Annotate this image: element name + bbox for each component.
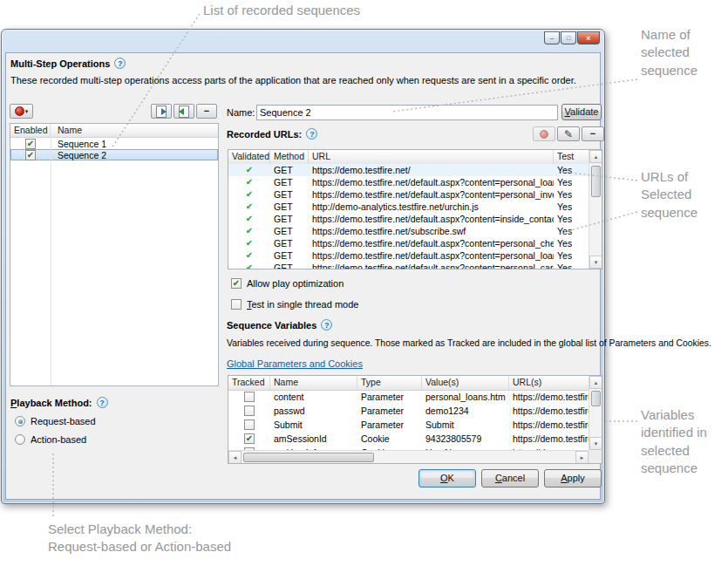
single-thread-checkbox[interactable]: ✔ Test in single thread mode <box>231 299 358 310</box>
export-sequence-button[interactable] <box>151 104 172 119</box>
variables-table[interactable]: Tracked Name Type Value(s) URL(s) ✔ cont… <box>228 375 602 464</box>
tracked-checkbox[interactable]: ✔ <box>244 392 255 402</box>
dialog-client-area: Multi-Step Operations ? These recorded m… <box>5 52 601 500</box>
radio-label-action: Action-based <box>31 434 86 445</box>
export-sequence-icon <box>156 106 167 118</box>
validate-button[interactable]: Validate <box>561 104 602 120</box>
apply-button[interactable]: Apply <box>544 469 602 488</box>
scrollbar-corner <box>589 450 602 463</box>
import-sequence-button[interactable] <box>173 104 194 119</box>
multi-step-operations-window: – □ × Multi-Step Operations ? These reco… <box>1 29 605 504</box>
scroll-thumb[interactable] <box>243 453 374 462</box>
sequence-row-2[interactable]: ✔ Sequence 2 <box>10 149 218 160</box>
dialog-description: These recorded multi-step operations acc… <box>10 75 595 85</box>
close-button[interactable]: × <box>577 31 600 44</box>
enabled-checkbox-2[interactable]: ✔ <box>25 150 36 160</box>
url-table-scrollbar[interactable]: ▲ ▼ <box>589 150 602 269</box>
record-url-button[interactable] <box>533 126 555 141</box>
variable-row-1[interactable]: ✔ content Parameter personal_loans.htm h… <box>228 390 589 404</box>
validated-check-icon: ✔ <box>246 263 253 269</box>
scroll-left-button[interactable]: ◄ <box>228 451 242 464</box>
radio-label-request: Request-based <box>31 416 96 426</box>
delete-sequence-button[interactable]: − <box>196 104 217 119</box>
url-row-8[interactable]: ✔ GET https://demo.testfire.net/default.… <box>228 249 589 262</box>
remove-url-button[interactable]: − <box>582 126 604 141</box>
column-header-test[interactable]: Test <box>554 150 589 164</box>
url-row-9[interactable]: ✔ GET https://demo.testfire.net/default.… <box>228 262 589 269</box>
validated-check-icon: ✔ <box>246 227 253 235</box>
column-header-var-name[interactable]: Name <box>270 376 357 390</box>
recorded-urls-table[interactable]: Validated Method URL Test ✔ GET https://… <box>228 149 602 269</box>
tracked-checkbox[interactable]: ✔ <box>244 406 255 416</box>
checkbox-icon[interactable]: ✔ <box>231 278 242 289</box>
url-row-7[interactable]: ✔ GET https://demo.testfire.net/default.… <box>228 237 589 249</box>
validated-check-icon: ✔ <box>246 166 253 174</box>
radio-action-based[interactable]: Action-based <box>15 434 86 445</box>
edit-url-button[interactable]: ✎ <box>557 126 580 141</box>
column-header-values[interactable]: Value(s) <box>422 376 509 390</box>
dropdown-arrow-icon: ▾ <box>25 108 29 114</box>
checkbox-icon[interactable]: ✔ <box>231 299 242 310</box>
scroll-down-button[interactable]: ▼ <box>589 256 602 269</box>
sequence-variables-description: Variables received during sequence. Thos… <box>227 338 603 348</box>
column-header-validated[interactable]: Validated <box>228 150 270 164</box>
url-row-6[interactable]: ✔ GET https://demo.testfire.net/subscrib… <box>228 225 589 237</box>
callout-playback-line2: Request-based or Action-based <box>48 538 310 556</box>
variable-row-2[interactable]: ✔ passwd Parameter demo1234 https://demo… <box>228 404 589 418</box>
sequences-table[interactable]: Enabled Name ✔ Sequence 1 ✔ Sequence 2 <box>10 123 219 386</box>
column-header-urls[interactable]: URL(s) <box>509 376 589 390</box>
allow-play-optimization-checkbox[interactable]: ✔ Allow play optimization <box>231 278 344 289</box>
variables-horizontal-scrollbar[interactable]: ◄ ► <box>228 450 589 463</box>
help-icon-playback[interactable]: ? <box>97 397 108 408</box>
url-row-5[interactable]: ✔ GET https://demo.testfire.net/default.… <box>228 213 589 225</box>
sequence-row-1[interactable]: ✔ Sequence 1 <box>10 138 218 149</box>
scroll-up-button[interactable]: ▲ <box>589 376 602 389</box>
sequence-name-1: Sequence 1 <box>51 139 218 149</box>
close-icon: × <box>586 34 590 43</box>
url-row-2[interactable]: ✔ GET https://demo.testfire.net/default.… <box>228 176 589 188</box>
maximize-button[interactable]: □ <box>561 31 576 44</box>
help-icon-multistep[interactable]: ? <box>114 58 126 69</box>
global-parameters-link[interactable]: Global Parameters and Cookies <box>227 358 363 369</box>
help-icon-recorded-urls[interactable]: ? <box>306 128 317 140</box>
column-separator <box>51 137 51 385</box>
scroll-down-button[interactable]: ▼ <box>589 437 602 450</box>
tracked-checkbox[interactable]: ✔ <box>244 419 255 430</box>
enabled-checkbox-1[interactable]: ✔ <box>25 139 36 149</box>
scroll-thumb[interactable] <box>591 166 601 197</box>
dialog-title: Multi-Step Operations <box>10 58 110 69</box>
column-header-enabled[interactable]: Enabled <box>10 124 51 137</box>
variables-vertical-scrollbar[interactable]: ▲ ▼ <box>589 376 602 450</box>
column-header-tracked[interactable]: Tracked <box>228 376 270 390</box>
remove-icon: − <box>590 129 595 139</box>
url-row-4[interactable]: ✔ GET http://demo-analytics.testfire.net… <box>228 201 589 213</box>
variable-row-3[interactable]: ✔ Submit Parameter Submit https://demo.t… <box>228 418 589 432</box>
sequence-variables-title: Sequence Variables <box>227 320 316 331</box>
column-header-type[interactable]: Type <box>357 376 422 390</box>
recorded-urls-toolbar: ✎ − <box>531 126 604 141</box>
column-header-name[interactable]: Name <box>51 124 218 137</box>
ok-button[interactable]: OK <box>418 469 476 488</box>
url-row-1[interactable]: ✔ GET https://demo.testfire.net/ Yes <box>228 164 589 176</box>
radio-icon-action[interactable] <box>15 434 25 445</box>
playback-method-label: Playback Method: <box>10 398 92 408</box>
variable-row-4[interactable]: ✔ amSessionId Cookie 94323805579 https:/… <box>228 432 589 446</box>
scroll-thumb[interactable] <box>591 391 601 406</box>
url-row-3[interactable]: ✔ GET https://demo.testfire.net/default.… <box>228 188 589 201</box>
sequence-name-input[interactable] <box>256 105 558 120</box>
cancel-button[interactable]: Cancel <box>481 469 539 488</box>
radio-icon-request[interactable] <box>15 416 25 426</box>
scroll-right-button[interactable]: ► <box>575 451 589 464</box>
tracked-checkbox[interactable]: ✔ <box>244 433 255 444</box>
help-icon-sequence-variables[interactable]: ? <box>321 319 332 331</box>
radio-request-based[interactable]: Request-based <box>15 416 96 426</box>
validated-check-icon: ✔ <box>246 215 253 223</box>
callout-recorded-sequences: List of recorded sequences <box>203 2 404 19</box>
column-header-method[interactable]: Method <box>270 150 309 164</box>
scroll-up-button[interactable]: ▲ <box>589 150 602 163</box>
validated-check-icon: ✔ <box>246 190 253 199</box>
record-sequence-button[interactable]: ▾ <box>10 104 33 119</box>
minimize-button[interactable]: – <box>544 31 560 44</box>
column-header-url[interactable]: URL <box>309 150 554 164</box>
sequence-toolbar: ▾ − <box>10 103 219 119</box>
